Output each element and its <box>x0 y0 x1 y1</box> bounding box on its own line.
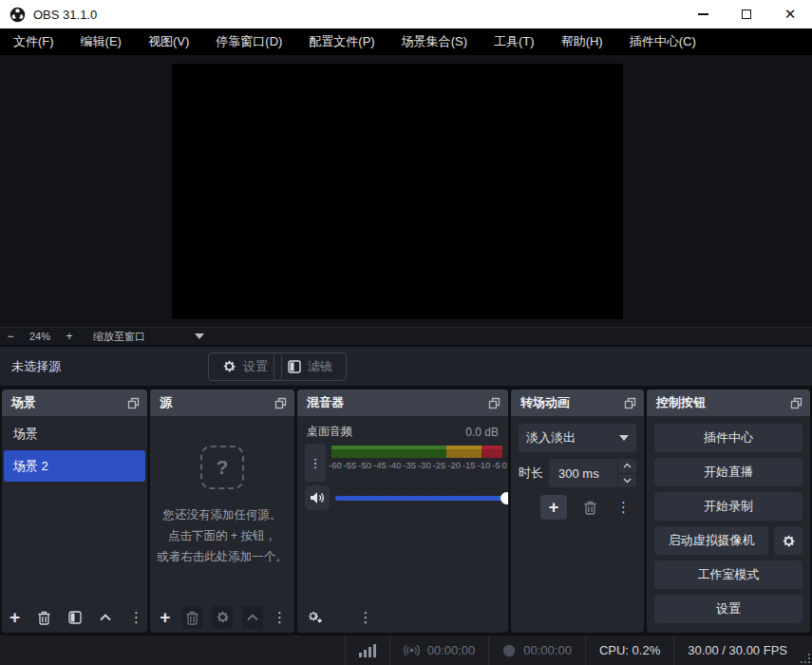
scenes-title: 场景 <box>11 394 127 411</box>
controls-title: 控制按钮 <box>656 394 790 411</box>
menu-docks[interactable]: 停靠窗口(D) <box>202 28 295 55</box>
volume-slider-handle[interactable] <box>500 492 508 504</box>
transition-menu-button[interactable]: ⋮ <box>613 499 634 516</box>
chevron-up-icon <box>246 613 259 621</box>
zoom-in-button[interactable]: + <box>59 330 80 343</box>
scene-move-up-button[interactable] <box>99 607 112 628</box>
duration-decrement-button[interactable] <box>618 474 636 488</box>
add-transition-button[interactable]: + <box>540 495 567 520</box>
add-source-button[interactable]: + <box>158 607 173 628</box>
menu-file[interactable]: 文件(F) <box>0 28 67 55</box>
duration-label: 时长 <box>519 465 549 482</box>
settings-button[interactable]: 设置 <box>654 595 803 623</box>
menu-profile[interactable]: 配置文件(P) <box>295 28 387 55</box>
signal-bars-icon <box>359 644 376 657</box>
minimize-button[interactable] <box>681 0 725 28</box>
sources-dock-header[interactable]: 源 <box>150 390 294 416</box>
start-virtual-camera-button[interactable]: 启动虚拟摄像机 <box>654 526 768 555</box>
audio-source-menu-button[interactable]: ⋮ <box>305 444 326 482</box>
record-time: 00:00:00 <box>523 643 572 657</box>
scene-item-selected[interactable]: 场景 2 <box>4 450 145 482</box>
source-move-up-button[interactable] <box>242 606 263 629</box>
zoom-dropdown-caret-icon[interactable] <box>195 333 204 339</box>
zoom-out-button[interactable]: − <box>0 330 21 343</box>
plugin-center-button[interactable]: 插件中心 <box>654 424 803 452</box>
mixer-toolbar: ⋮ <box>297 601 508 633</box>
scene-item-label: 场景 2 <box>13 458 48 475</box>
add-scene-button[interactable]: + <box>9 607 20 628</box>
scene-item[interactable]: 场景 <box>4 418 145 449</box>
meter-yellow-segment <box>446 446 482 458</box>
sources-empty-line2: 点击下面的 + 按钮， <box>168 525 276 546</box>
volume-slider[interactable] <box>335 496 508 501</box>
menu-edit[interactable]: 编辑(E) <box>67 28 135 55</box>
scenes-menu-button[interactable]: ⋮ <box>129 609 143 626</box>
scenes-dock: 场景 场景 场景 2 + <box>2 390 147 633</box>
transitions-dock-header[interactable]: 转场动画 <box>511 390 644 416</box>
chevron-down-icon <box>623 478 632 484</box>
remove-source-button[interactable] <box>182 606 203 629</box>
sources-empty-area[interactable]: ? 您还没有添加任何源。 点击下面的 + 按钮， 或者右击此处添加一个。 <box>150 416 294 601</box>
stream-time: 00:00:00 <box>427 643 476 657</box>
controls-dock-header[interactable]: 控制按钮 <box>647 390 810 416</box>
duration-increment-button[interactable] <box>618 459 636 474</box>
title-bar: OBS 31.1.0 ✕ <box>0 0 812 28</box>
start-recording-button[interactable]: 开始录制 <box>654 492 803 521</box>
transitions-title: 转场动画 <box>520 394 624 411</box>
gear-icon <box>222 359 236 373</box>
status-bar: 00:00:00 00:00:00 CPU: 0.2% 30.00 / 30.0… <box>0 635 812 665</box>
transition-select[interactable]: 淡入淡出 <box>519 424 636 452</box>
transition-current: 淡入淡出 <box>526 429 576 446</box>
menu-plugin-center[interactable]: 插件中心(C) <box>616 28 709 55</box>
scenes-dock-header[interactable]: 场景 <box>2 390 147 416</box>
filter-icon <box>68 611 82 624</box>
source-filters-label: 滤镜 <box>308 358 332 375</box>
studio-mode-button[interactable]: 工作室模式 <box>654 560 803 589</box>
menu-tools[interactable]: 工具(T) <box>481 28 548 55</box>
audio-source-name: 桌面音频 <box>307 424 465 440</box>
sources-toolbar: + ⋮ <box>150 601 294 633</box>
scene-list: 场景 场景 2 <box>2 416 147 601</box>
sources-menu-button[interactable]: ⋮ <box>273 609 287 626</box>
advanced-audio-button[interactable] <box>305 607 324 628</box>
remove-scene-button[interactable] <box>37 607 51 628</box>
maximize-button[interactable] <box>725 0 768 28</box>
remove-transition-button[interactable] <box>580 497 599 518</box>
fit-to-window-label[interactable]: 缩放至窗口 <box>93 330 145 344</box>
popout-icon[interactable] <box>624 397 636 409</box>
start-streaming-button[interactable]: 开始直播 <box>654 458 803 486</box>
duration-spinbox[interactable]: 300 ms <box>549 459 636 487</box>
close-button[interactable]: ✕ <box>768 0 812 28</box>
speaker-icon <box>310 491 325 504</box>
cpu-usage: CPU: 0.2% <box>586 636 673 665</box>
source-filters-button[interactable]: 滤镜 <box>274 352 347 381</box>
scene-transitions-dock: 转场动画 淡入淡出 时长 300 ms <box>511 390 644 633</box>
menu-scene-collection[interactable]: 场景集合(S) <box>388 28 481 55</box>
transitions-body: 淡入淡出 时长 300 ms <box>511 416 644 633</box>
scene-filters-button[interactable] <box>68 607 82 628</box>
scenes-toolbar: + ⋮ <box>2 601 147 633</box>
virtual-camera-settings-button[interactable] <box>774 526 803 555</box>
popout-icon[interactable] <box>127 397 140 409</box>
trash-icon <box>185 610 199 625</box>
mixer-dock-header[interactable]: 混音器 <box>297 390 508 416</box>
program-preview[interactable] <box>172 64 623 319</box>
scene-item-label: 场景 <box>13 426 38 443</box>
audio-mixer-dock: 混音器 桌面音频 0.0 dB ⋮ <box>297 390 508 633</box>
resize-grip[interactable] <box>801 654 810 663</box>
trash-icon <box>583 500 597 515</box>
menu-help[interactable]: 帮助(H) <box>548 28 616 55</box>
preview-canvas-area[interactable] <box>0 55 812 327</box>
mute-button[interactable] <box>305 485 330 510</box>
connection-status <box>346 636 389 665</box>
source-properties-button[interactable]: 设置 <box>208 352 282 381</box>
popout-icon[interactable] <box>790 397 803 409</box>
sources-empty-line3: 或者右击此处添加一个。 <box>157 546 288 567</box>
sources-empty-line1: 您还没有添加任何源。 <box>163 504 282 525</box>
popout-icon[interactable] <box>274 397 287 409</box>
popout-icon[interactable] <box>488 397 500 409</box>
menu-bar: 文件(F) 编辑(E) 视图(V) 停靠窗口(D) 配置文件(P) 场景集合(S… <box>0 28 812 55</box>
mixer-menu-button[interactable]: ⋮ <box>356 607 375 628</box>
source-properties-toolbar-button[interactable] <box>212 606 233 629</box>
menu-view[interactable]: 视图(V) <box>135 28 202 55</box>
